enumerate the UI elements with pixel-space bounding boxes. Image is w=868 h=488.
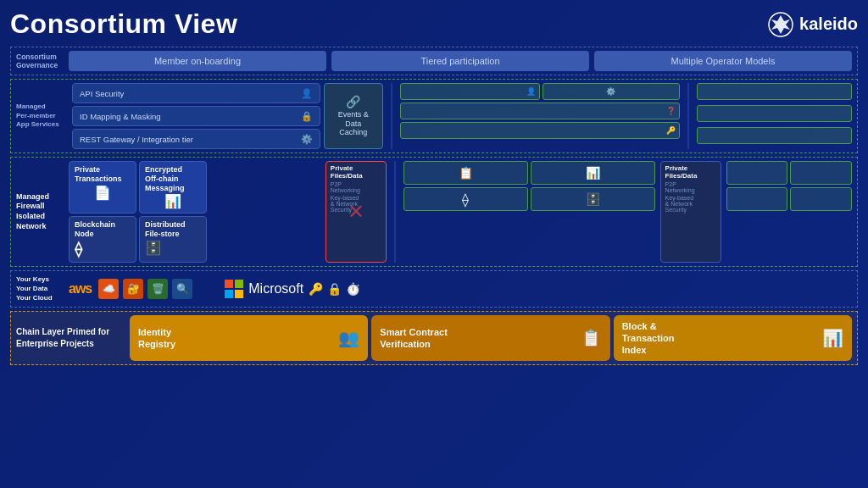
fw-m2-icon3: ⟠: [462, 191, 469, 208]
distributed-filestore-label: DistributedFile-store: [145, 220, 186, 239]
firewall-content: PrivateTransactions 📄 EncryptedOff-chain…: [69, 161, 852, 263]
blockchain-node-label: BlockchainNode: [75, 220, 115, 239]
governance-row: ConsortiumGovernance Member on-boarding …: [10, 47, 858, 75]
app-services-row: ManagedPer-memberApp Services API Securi…: [10, 79, 858, 153]
cloud-row: Your KeysYour DataYour Cloud aws ☁️ 🔐 🗑️…: [10, 270, 858, 308]
member-divider-1: [391, 83, 392, 149]
private-transactions-box: PrivateTransactions 📄: [69, 161, 136, 214]
fw-m2-box1: 📋: [403, 161, 528, 185]
page-background: Consortium View kaleido ConsortiumGovern…: [0, 0, 868, 488]
kaleido-logo-icon: [767, 11, 794, 38]
aws-icon-3: 🗑️: [147, 279, 168, 299]
kaleido-logo-text: kaleido: [799, 14, 858, 34]
aws-icon-4: 🔍: [172, 279, 192, 299]
governance-boxes: Member on-boarding Tiered participation …: [69, 51, 852, 71]
rest-gateway-label: REST Gateway / Integration tier: [80, 135, 193, 144]
ms-sq-red: [225, 280, 233, 288]
id-mapping-icon: 🔒: [301, 111, 313, 122]
fw-m2-box4: 🗄️: [531, 187, 655, 211]
fw-divider: [394, 161, 396, 263]
rest-gateway-icon: ⚙️: [301, 134, 313, 145]
id-mapping-label: ID Mapping & Masking: [80, 112, 161, 121]
ms-sq-blue: [225, 290, 233, 298]
api-security-label: API Security: [80, 89, 124, 98]
main-content: ConsortiumGovernance Member on-boarding …: [10, 47, 858, 365]
distributed-filestore-box: DistributedFile-store 🗄️: [139, 216, 207, 263]
page-title: Consortium View: [10, 8, 237, 40]
app-services-label: ManagedPer-memberApp Services: [16, 83, 69, 149]
block-index-label: Block &TransactionIndex: [622, 320, 675, 357]
private-files-box: ✕ PrivateFiles/Data P2PNetworking Key-ba…: [326, 161, 387, 263]
private-transactions-label: PrivateTransactions: [75, 165, 122, 184]
id-mapping-box: ID Mapping & Masking 🔒: [72, 106, 320, 126]
chain-label-text: Chain Layer Primed forEnterprise Project…: [16, 326, 109, 350]
header: Consortium View kaleido: [10, 8, 858, 40]
aws-icon-2: 🔐: [123, 279, 143, 299]
identity-registry-icon: 👥: [338, 328, 359, 348]
events-icon: 🔗: [346, 95, 360, 108]
identity-registry-label: IdentityRegistry: [138, 326, 175, 351]
aws-icon-1-symbol: ☁️: [103, 283, 115, 295]
api-security-box: API Security 👤: [72, 83, 320, 103]
fw-m2-icon2: 📊: [586, 166, 600, 180]
fw-m3-box4: [790, 187, 852, 211]
block-index-icon: 📊: [822, 328, 843, 348]
logo-area: kaleido: [767, 11, 858, 38]
phantom-box-3: ❓: [400, 103, 680, 119]
distributed-filestore-icon: 🗄️: [145, 240, 162, 256]
fw-m2-icon4: 🗄️: [586, 192, 600, 206]
phantom-box-6: [697, 105, 852, 122]
blockchain-node-box: BlockchainNode ⟠: [69, 216, 136, 263]
rest-gateway-box: REST Gateway / Integration tier ⚙️: [72, 129, 320, 149]
smart-contract-card: Smart ContractVerification 📋: [371, 315, 609, 362]
chain-label: Chain Layer Primed forEnterprise Project…: [16, 315, 126, 362]
block-index-card: Block &TransactionIndex 📊: [614, 315, 852, 362]
fw-member1: PrivateTransactions 📄 EncryptedOff-chain…: [69, 161, 320, 263]
firewall-label: Managed Firewall Isolated Network: [16, 161, 69, 263]
governance-label: ConsortiumGovernance: [16, 51, 69, 71]
aws-icon-2-symbol: 🔐: [127, 283, 140, 295]
members-container: API Security 👤 ID Mapping & Masking 🔒 RE…: [72, 83, 852, 149]
fw-m3-top: [726, 161, 852, 185]
fw-m2-box3: ⟠: [403, 187, 528, 211]
gov-tiered-participation: Tiered participation: [331, 51, 589, 71]
fw-m3-bottom: [726, 187, 852, 211]
smart-contract-label: Smart ContractVerification: [380, 326, 447, 351]
bottom-row: Chain Layer Primed forEnterprise Project…: [10, 311, 858, 366]
fw-m2-box2: 📊: [531, 161, 655, 185]
ms-icon-2: 🔒: [327, 282, 342, 296]
cloud-label: Your KeysYour DataYour Cloud: [16, 274, 69, 303]
ms-icon-3: ⏱️: [346, 282, 360, 296]
microsoft-area: Microsoft 🔑 🔒 ⏱️: [225, 280, 360, 298]
events-caching-box: 🔗 Events &DataCaching: [324, 83, 383, 149]
key-based-label2: Key-based& NetworkSecurity: [665, 195, 716, 213]
networking-col1: ✕ PrivateFiles/Data P2PNetworking Key-ba…: [326, 161, 387, 263]
fw-m2-bottom: ⟠ 🗄️: [403, 187, 655, 211]
phantom-box-2: ⚙️: [542, 83, 680, 100]
api-security-icon: 👤: [301, 88, 313, 99]
microsoft-icons: 🔑 🔒 ⏱️: [309, 282, 360, 296]
aws-logo: aws: [69, 281, 92, 297]
identity-registry-card: IdentityRegistry 👥: [130, 315, 368, 362]
microsoft-logo-icon: [225, 280, 243, 298]
member1-app-services: API Security 👤 ID Mapping & Masking 🔒 RE…: [72, 83, 383, 149]
aws-icon-3-symbol: 🗑️: [152, 283, 164, 295]
fw-m2-icon1: 📋: [459, 166, 473, 180]
fw-m2-top: 📋 📊: [403, 161, 655, 185]
aws-icon-1: ☁️: [98, 279, 119, 299]
gov-member-onboarding: Member on-boarding: [69, 51, 326, 71]
gov-multiple-operator: Multiple Operator Models: [594, 51, 852, 71]
aws-cloud-icons: ☁️ 🔐 🗑️ 🔍: [98, 279, 192, 299]
fw-m3-box2: [790, 161, 852, 185]
private-tx-icon: 📄: [94, 185, 111, 201]
firewall-row: Managed Firewall Isolated Network Privat…: [10, 157, 858, 267]
member-divider-2: [687, 83, 689, 149]
encrypted-messaging-box: EncryptedOff-chainMessaging 📊: [139, 161, 207, 214]
phantom-box-7: [697, 127, 852, 144]
ms-sq-yellow: [235, 290, 243, 298]
networking-col2: PrivateFiles/Data P2PNetworking Key-base…: [660, 161, 721, 263]
phantom-box-5: [697, 83, 852, 100]
fw-top-row: PrivateTransactions 📄 EncryptedOff-chain…: [69, 161, 320, 214]
fw-member3: [726, 161, 852, 263]
phantom-box-4: 🔑: [400, 122, 680, 139]
